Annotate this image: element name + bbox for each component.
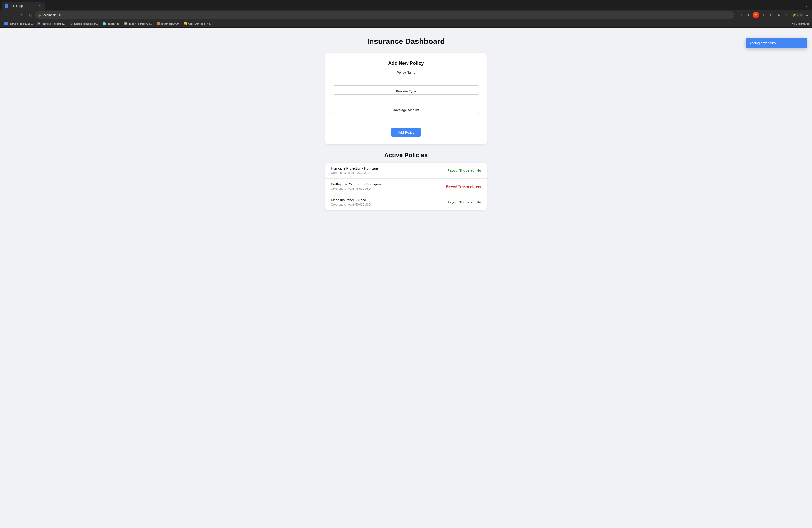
brave-icon[interactable]: 🦁 <box>753 12 759 18</box>
tab-close-button[interactable]: × <box>38 4 42 8</box>
policies-card: Hurricane Protection - Hurricane Coverag… <box>325 163 487 210</box>
extensions-menu[interactable]: ⊕ <box>768 12 774 18</box>
address-bar[interactable]: 🔒 localhost:3000 <box>35 11 734 18</box>
vpn-icon: 🔐 <box>793 14 796 17</box>
payout-status-2: Payout Triggered: Yes <box>446 185 481 188</box>
tab-title: React App <box>10 4 37 8</box>
bookmark-favicon-1 <box>4 22 8 25</box>
nav-actions: ⊞ ⬆ 🦁 ▲ ⊕ ◈ ☆ 🔐 VPN ≡ <box>737 12 809 18</box>
new-tab-button[interactable]: + <box>46 3 52 9</box>
toast-close-button[interactable]: × <box>801 41 803 45</box>
nav-bar: ‹ › ↻ ⊡ 🔒 localhost:3000 ⊞ ⬆ 🦁 ▲ ⊕ ◈ ☆ 🔐 <box>0 10 812 20</box>
policy-info-2: Earthquake Coverage - Earthquake Coverag… <box>331 182 383 190</box>
bookmark-favicon-6: 🌐 <box>157 22 160 25</box>
toast-notification: Adding new policy... × <box>745 38 807 48</box>
extension-icon[interactable]: ▲ <box>760 12 767 18</box>
payout-status-3: Payout Triggered: No <box>447 200 481 204</box>
lock-icon: 🔒 <box>38 14 41 17</box>
table-row: Earthquake Coverage - Earthquake Coverag… <box>325 178 487 194</box>
bookmarks-bar: TezAsia Hackatho... un TezAsia Hackatho.… <box>0 20 812 28</box>
add-policy-button[interactable]: Add Policy <box>391 128 421 137</box>
screen-cast-button[interactable]: ⊞ <box>737 12 744 18</box>
coverage-amount-input[interactable] <box>333 113 479 123</box>
policy-coverage-1: Coverage Amount: 100,000 USD <box>331 171 379 175</box>
vpn-label: VPN <box>797 14 802 16</box>
page-title: Insurance Dashboard <box>5 37 807 46</box>
disaster-type-group: Disaster Type <box>333 89 479 104</box>
disaster-type-input[interactable] <box>333 94 479 104</box>
bookmark-item-airpods[interactable]: 🎧 Apple AirPods Pro... <box>182 21 213 26</box>
vpn-badge[interactable]: 🔐 VPN <box>791 13 804 17</box>
bookmark-favicon-5: 📁 <box>124 22 128 25</box>
refresh-button[interactable]: ↻ <box>19 12 26 18</box>
all-bookmarks-button[interactable]: All Bookmarks <box>792 22 809 25</box>
browser-chrome: R React App × + ⌄ ‹ › ↻ ⊡ 🔒 localhost:30… <box>0 0 812 28</box>
policy-info-3: Flood Insurance - Flood Coverage Amount:… <box>331 198 371 206</box>
policy-name-2: Earthquake Coverage - Earthquake <box>331 182 383 186</box>
active-policies-title: Active Policies <box>5 151 807 159</box>
bookmark-item-localhost[interactable]: 🌐 localhost:3000 <box>156 21 180 26</box>
forward-button[interactable]: › <box>11 12 17 18</box>
policy-name-3: Flood Insurance - Flood <box>331 198 371 202</box>
tab-dropdown-button[interactable]: ⌄ <box>803 3 810 9</box>
policy-info-1: Hurricane Protection - Hurricane Coverag… <box>331 166 379 175</box>
address-url: localhost:3000 <box>43 13 731 17</box>
policy-name-1: Hurricane Protection - Hurricane <box>331 166 379 170</box>
page-content: Adding new policy... × Insurance Dashboa… <box>0 28 812 528</box>
brave-logo: 🦁 <box>755 14 757 16</box>
bookmark-button[interactable]: ⊡ <box>27 12 34 18</box>
bookmark-favicon-4: ⚛ <box>103 22 106 25</box>
policy-name-input[interactable] <box>333 76 479 86</box>
browser-menu-button[interactable]: ≡ <box>805 12 809 18</box>
active-tab[interactable]: R React App × <box>2 2 45 10</box>
payout-status-1: Payout Triggered: No <box>447 168 481 172</box>
table-row: Flood Insurance - Flood Coverage Amount:… <box>325 194 487 210</box>
coverage-amount-group: Coverage Amount <box>333 108 479 123</box>
bookmark-favicon-7: 🎧 <box>184 22 187 25</box>
coverage-amount-label: Coverage Amount <box>333 108 479 112</box>
back-button[interactable]: ‹ <box>3 12 10 18</box>
tab-favicon: R <box>5 4 8 8</box>
share-button[interactable]: ⬆ <box>745 12 752 18</box>
bookmark-favicon-3: ⬡ <box>70 22 73 25</box>
bookmark-item-react[interactable]: ⚛ React App <box>101 21 121 26</box>
star-icon[interactable]: ☆ <box>783 12 790 18</box>
bookmark-item-tezasia-1[interactable]: TezAsia Hackatho... <box>3 21 34 26</box>
add-policy-card: Add New Policy Policy Name Disaster Type… <box>325 53 487 144</box>
policy-coverage-3: Coverage Amount: 50,000 USD <box>331 203 371 206</box>
disaster-type-label: Disaster Type <box>333 89 479 93</box>
wallet-icon[interactable]: ◈ <box>775 12 782 18</box>
toast-message: Adding new policy... <box>749 41 779 45</box>
policy-name-label: Policy Name <box>333 71 479 74</box>
policy-name-group: Policy Name <box>333 71 479 86</box>
tab-bar: R React App × + ⌄ <box>0 0 812 10</box>
add-policy-form-title: Add New Policy <box>333 60 479 66</box>
policy-coverage-2: Coverage Amount: 75,000 USD <box>331 187 383 190</box>
table-row: Hurricane Protection - Hurricane Coverag… <box>325 163 487 178</box>
bookmark-item-tezasia-2[interactable]: un TezAsia Hackatho... <box>35 21 67 26</box>
bookmark-item-imported[interactable]: 📁 Imported from Go... <box>123 21 154 26</box>
bookmark-item-turbo[interactable]: ⬡ turbo/examples/kit... <box>68 21 99 26</box>
bookmark-favicon-2: un <box>37 22 40 25</box>
